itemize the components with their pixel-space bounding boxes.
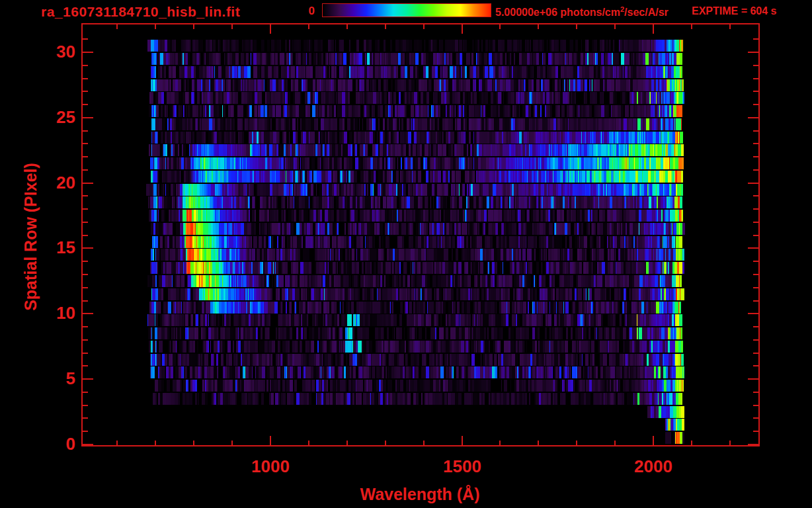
tick-mark <box>83 339 88 341</box>
tick-mark <box>753 274 758 275</box>
tick-mark <box>346 441 348 445</box>
tick-mark <box>231 24 233 29</box>
tick-mark <box>753 195 758 196</box>
tick-mark <box>748 52 758 53</box>
tick-mark <box>270 436 271 445</box>
tick-mark <box>753 143 758 144</box>
tick-mark <box>83 378 93 380</box>
tick-mark <box>83 313 93 314</box>
tick-mark <box>83 183 93 184</box>
y-tick-label: 5 <box>25 370 75 387</box>
y-tick-label: 25 <box>25 108 75 126</box>
exptime-label: EXPTIME = 604 s <box>692 5 777 17</box>
tick-mark <box>753 222 758 223</box>
tick-mark <box>83 91 88 92</box>
tick-mark <box>116 24 118 29</box>
tick-mark <box>691 24 692 29</box>
tick-mark <box>385 441 386 445</box>
tick-mark <box>499 24 501 29</box>
flux-units-prefix: photons/cm <box>557 7 620 18</box>
tick-mark <box>753 65 758 66</box>
colorbar-max-value: 5.00000e+06 <box>495 7 557 18</box>
tick-mark <box>753 208 758 210</box>
y-tick-label: 30 <box>25 43 75 60</box>
tick-mark <box>753 235 758 236</box>
tick-mark <box>83 392 88 393</box>
tick-mark <box>83 417 88 419</box>
tick-mark <box>193 441 194 445</box>
tick-mark <box>83 300 88 302</box>
tick-mark <box>753 104 758 105</box>
tick-mark <box>83 405 88 406</box>
tick-mark <box>193 24 194 29</box>
tick-mark <box>753 169 758 171</box>
tick-mark <box>748 313 758 314</box>
flux-units-suffix: /sec/A/sr <box>624 7 669 18</box>
colorbar <box>322 3 491 17</box>
tick-mark <box>538 24 539 29</box>
tick-mark <box>753 365 758 366</box>
colorbar-min-label: 0 <box>296 5 315 18</box>
tick-mark <box>753 38 758 40</box>
tick-mark <box>155 441 156 445</box>
tick-mark <box>753 261 758 262</box>
tick-mark <box>423 441 425 445</box>
tick-mark <box>83 353 88 354</box>
tick-mark <box>614 24 616 29</box>
tick-mark <box>83 444 93 445</box>
tick-mark <box>83 52 93 53</box>
tick-mark <box>753 417 758 419</box>
tick-mark <box>83 130 88 132</box>
tick-mark <box>753 392 758 393</box>
tick-mark <box>83 117 93 118</box>
tick-mark <box>753 339 758 341</box>
tick-mark <box>83 143 88 144</box>
tick-mark <box>462 436 463 445</box>
tick-mark <box>83 431 88 432</box>
tick-mark <box>753 405 758 406</box>
tick-mark <box>83 365 88 366</box>
tick-mark <box>83 261 88 262</box>
tick-mark <box>462 24 463 34</box>
x-tick-label: 2000 <box>614 456 693 477</box>
tick-mark <box>653 24 654 34</box>
tick-mark <box>83 195 88 196</box>
x-tick-label: 1500 <box>423 456 502 477</box>
spectrogram-viewer: ra_160731184710_hisb_lin.fit 0 5.00000e+… <box>0 0 812 508</box>
tick-mark <box>753 78 758 79</box>
tick-mark <box>308 441 309 445</box>
colorbar-max-label: 5.00000e+06 photons/cm2/sec/A/sr <box>495 5 669 19</box>
tick-mark <box>753 326 758 327</box>
tick-mark <box>653 436 654 445</box>
spectrum-heatmap <box>83 24 758 444</box>
tick-mark <box>499 441 501 445</box>
tick-mark <box>729 24 731 29</box>
tick-mark <box>729 441 731 445</box>
tick-mark <box>346 24 348 29</box>
tick-mark <box>83 222 88 223</box>
x-axis-label: Wavelength (Å) <box>301 485 539 504</box>
tick-mark <box>83 326 88 327</box>
tick-mark <box>538 441 539 445</box>
tick-mark <box>423 24 425 29</box>
tick-mark <box>748 117 758 118</box>
tick-mark <box>748 378 758 380</box>
tick-mark <box>83 208 88 210</box>
tick-mark <box>308 24 309 29</box>
tick-mark <box>385 24 386 29</box>
tick-mark <box>83 65 88 66</box>
tick-mark <box>83 287 88 288</box>
tick-mark <box>83 38 88 40</box>
tick-mark <box>753 156 758 157</box>
tick-mark <box>116 441 118 445</box>
x-tick-label: 1000 <box>231 456 310 477</box>
tick-mark <box>83 104 88 105</box>
tick-mark <box>83 235 88 236</box>
tick-mark <box>614 441 616 445</box>
tick-mark <box>748 247 758 249</box>
tick-mark <box>576 24 577 29</box>
tick-mark <box>753 91 758 92</box>
tick-mark <box>83 78 88 79</box>
file-title: ra_160731184710_hisb_lin.fit <box>41 4 240 20</box>
tick-mark <box>576 441 577 445</box>
